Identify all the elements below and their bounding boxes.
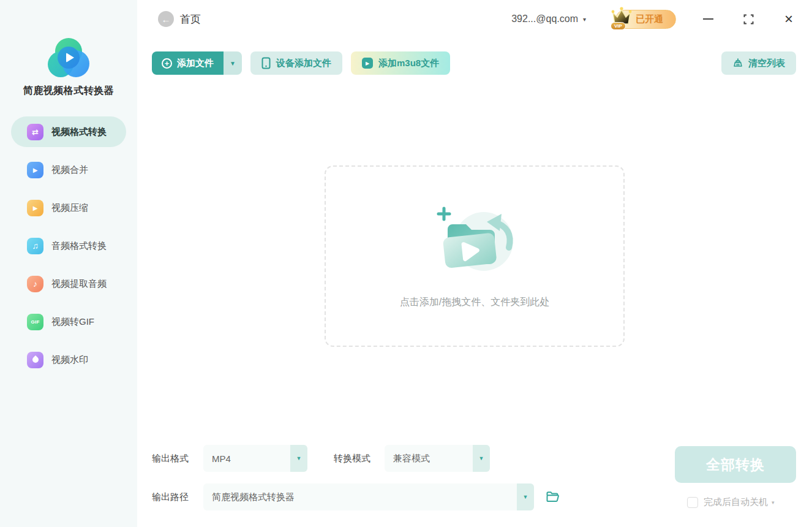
sidebar-item-label: 视频提取音频 <box>51 278 107 290</box>
convert-mode-select[interactable]: 兼容模式 ▼ <box>385 445 490 472</box>
sidebar-item-label: 视频格式转换 <box>51 126 107 138</box>
chevron-down-icon: ▼ <box>517 483 534 510</box>
broom-icon <box>732 58 743 69</box>
auto-shutdown-label: 完成后自动关机 <box>704 496 768 508</box>
sidebar-item-audio-convert[interactable]: ♫ 音频格式转换 <box>11 230 126 261</box>
chevron-down-icon: ▼ <box>230 60 236 67</box>
sidebar-item-label: 视频水印 <box>51 354 88 366</box>
video-convert-icon: ⇄ <box>27 124 43 140</box>
add-device-file-button[interactable]: 设备添加文件 <box>250 51 342 75</box>
watermark-drop-icon <box>27 352 43 368</box>
topbar: ← 首页 392...@qq.com ▾ 已开通 <box>137 0 812 38</box>
chevron-down-icon: ▾ <box>583 16 586 23</box>
sidebar-item-label: 音频格式转换 <box>51 240 107 252</box>
sidebar-menu: ⇄ 视频格式转换 ▶ 视频合并 ▶ 视频压缩 ♫ 音频格式转换 ♪ 视频提取音频… <box>0 116 137 382</box>
auto-shutdown-checkbox[interactable] <box>687 497 698 508</box>
sidebar-item-video-merge[interactable]: ▶ 视频合并 <box>11 154 126 185</box>
back-arrow-icon: ← <box>162 14 171 25</box>
sidebar-item-video-watermark[interactable]: 视频水印 <box>11 344 126 375</box>
plus-icon: + <box>162 58 172 69</box>
output-format-select[interactable]: MP4 ▼ <box>203 445 307 472</box>
phone-icon <box>261 57 271 69</box>
add-device-file-label: 设备添加文件 <box>276 58 331 69</box>
account-email: 392...@qq.com <box>511 13 578 25</box>
sidebar-item-label: 视频转GIF <box>51 316 94 328</box>
convert-mode-label: 转换模式 <box>334 445 370 472</box>
sidebar-item-label: 视频压缩 <box>51 202 88 214</box>
sidebar-item-label: 视频合并 <box>51 164 88 176</box>
app-window: 简鹿视频格式转换器 ⇄ 视频格式转换 ▶ 视频合并 ▶ 视频压缩 ♫ 音频格式转… <box>0 0 812 527</box>
sidebar-item-extract-audio[interactable]: ♪ 视频提取音频 <box>11 268 126 299</box>
vip-tag: VIP <box>611 22 626 30</box>
convert-mode-value: 兼容模式 <box>385 453 473 464</box>
app-logo-icon <box>48 38 89 80</box>
m3u8-file-icon: ▶ <box>362 58 373 69</box>
output-path-value: 简鹿视频格式转换器 <box>203 491 517 503</box>
output-format-value: MP4 <box>203 453 290 464</box>
minimize-button[interactable] <box>702 13 714 25</box>
maximize-button[interactable] <box>742 13 754 25</box>
close-icon: × <box>784 13 793 25</box>
clear-list-label: 清空列表 <box>748 58 785 69</box>
extract-audio-icon: ♪ <box>27 276 43 292</box>
output-path-label: 输出路径 <box>152 483 189 510</box>
chevron-down-icon: ▼ <box>290 445 307 472</box>
dropzone-hint: 点击添加/拖拽文件、文件夹到此处 <box>400 296 549 309</box>
add-file-label: 添加文件 <box>177 58 214 69</box>
main-area: ← 首页 392...@qq.com ▾ 已开通 <box>137 0 812 527</box>
convert-all-button[interactable]: 全部转换 <box>675 446 796 483</box>
sidebar-item-video-to-gif[interactable]: GIF 视频转GIF <box>11 306 126 337</box>
chevron-down-icon: ▾ <box>772 499 775 506</box>
close-button[interactable]: × <box>783 13 795 25</box>
gif-icon: GIF <box>27 314 43 330</box>
app-name: 简鹿视频格式转换器 <box>0 85 137 97</box>
add-file-dropdown-button[interactable]: ▼ <box>224 51 242 75</box>
video-compress-icon: ▶ <box>27 200 43 216</box>
auto-shutdown-toggle[interactable]: 完成后自动关机 ▾ <box>687 496 775 508</box>
open-folder-icon <box>545 490 560 504</box>
page-title: 首页 <box>180 12 201 26</box>
add-m3u8-label: 添加m3u8文件 <box>378 58 439 69</box>
toolbar: + 添加文件 ▼ 设备添加文件 ▶ 添加m3u8文件 <box>152 51 796 75</box>
video-merge-icon: ▶ <box>27 162 43 178</box>
minimize-icon <box>703 18 713 20</box>
sidebar-item-video-compress[interactable]: ▶ 视频压缩 <box>11 192 126 223</box>
sidebar: 简鹿视频格式转换器 ⇄ 视频格式转换 ▶ 视频合并 ▶ 视频压缩 ♫ 音频格式转… <box>0 0 137 527</box>
output-format-label: 输出格式 <box>152 445 189 472</box>
account-dropdown[interactable]: 392...@qq.com ▾ <box>511 13 586 25</box>
vip-badge[interactable]: 已开通 VIP <box>615 10 676 29</box>
maximize-icon <box>743 14 754 25</box>
clear-list-button[interactable]: 清空列表 <box>721 51 796 75</box>
browse-folder-button[interactable] <box>545 490 560 504</box>
back-button[interactable]: ← <box>158 11 174 27</box>
audio-convert-icon: ♫ <box>27 238 43 254</box>
add-m3u8-button[interactable]: ▶ 添加m3u8文件 <box>351 51 450 75</box>
chevron-down-icon: ▼ <box>473 445 490 472</box>
add-folder-illustration-icon <box>426 203 524 280</box>
add-file-split-button: + 添加文件 ▼ <box>152 51 242 75</box>
output-path-input[interactable]: 简鹿视频格式转换器 ▼ <box>203 483 534 510</box>
file-dropzone[interactable]: 点击添加/拖拽文件、文件夹到此处 <box>325 165 625 347</box>
convert-all-label: 全部转换 <box>706 455 765 474</box>
add-file-button[interactable]: + 添加文件 <box>152 51 224 75</box>
sidebar-item-video-convert[interactable]: ⇄ 视频格式转换 <box>11 116 126 147</box>
window-controls: × <box>702 13 795 25</box>
